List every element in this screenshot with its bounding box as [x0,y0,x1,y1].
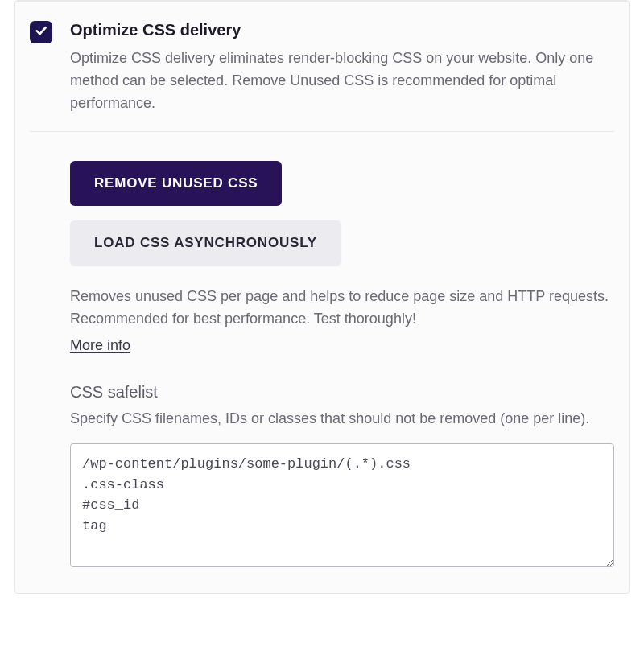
more-info-link[interactable]: More info [70,337,130,353]
css-safelist-description: Specify CSS filenames, IDs or classes th… [70,408,614,430]
method-description: Removes unused CSS per page and helps to… [70,285,614,332]
option-title: Optimize CSS delivery [70,21,614,39]
optimize-css-option-row: Optimize CSS delivery Optimize CSS deliv… [15,2,629,131]
remove-unused-css-button[interactable]: REMOVE UNUSED CSS [70,161,282,206]
css-safelist-title: CSS safelist [70,383,614,402]
check-icon [34,23,48,41]
option-description: Optimize CSS delivery eliminates render-… [70,47,614,115]
css-safelist-block: CSS safelist Specify CSS filenames, IDs … [70,383,614,570]
css-delivery-panel: Optimize CSS delivery Optimize CSS deliv… [14,0,630,594]
load-css-async-button[interactable]: LOAD CSS ASYNCHRONOUSLY [70,220,341,266]
css-safelist-textarea[interactable] [70,443,614,567]
sub-content: REMOVE UNUSED CSS LOAD CSS ASYNCHRONOUSL… [15,132,629,571]
option-text-block: Optimize CSS delivery Optimize CSS deliv… [70,19,614,115]
optimize-css-checkbox[interactable] [30,21,52,43]
